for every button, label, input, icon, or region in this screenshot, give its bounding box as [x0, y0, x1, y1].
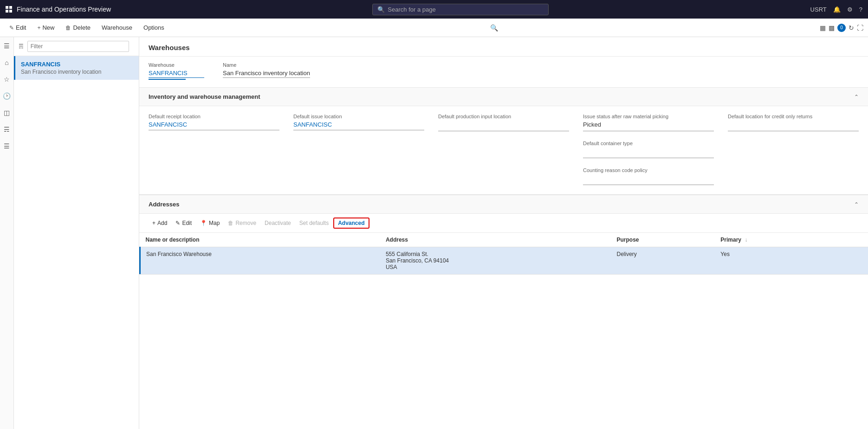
add-label: Add: [157, 220, 167, 226]
main-layout: ☰ ⌂ ☆ 🕑 ◫ ☴ ☰ ☴ SANFRANCIS San Francisco…: [0, 37, 868, 429]
label-counting-policy: Counting reason code policy: [583, 167, 714, 173]
label-receipt-location: Default receipt location: [149, 114, 279, 119]
remove-icon: 🗑: [228, 220, 233, 226]
sidebar-item-title: SANFRANCIS: [21, 61, 133, 68]
nav-right: USRT 🔔 ⚙ ?: [810, 6, 862, 13]
delete-button[interactable]: 🗑 Delete: [61, 22, 95, 33]
tab-underline: [149, 79, 186, 80]
warehouse-label: Warehouse: [102, 24, 132, 31]
value-issue-status[interactable]: Picked: [583, 121, 714, 131]
toolbar-search-button[interactable]: 🔍: [486, 22, 502, 34]
addr-edit-icon: ✎: [175, 220, 180, 226]
notification-icon[interactable]: 🔔: [833, 6, 841, 13]
delete-label: Delete: [73, 24, 91, 31]
warehouse-id-value[interactable]: SANFRANCIS: [149, 70, 204, 78]
layout-icon-2[interactable]: ▩: [829, 24, 835, 32]
field-issue-location: Default issue location SANFANCISC: [293, 114, 424, 131]
fullscreen-icon[interactable]: ⛶: [857, 24, 863, 32]
inventory-section-content: Default receipt location SANFANCISC Defa…: [139, 106, 868, 194]
label-production-location: Default production input location: [438, 114, 569, 119]
remove-label: Remove: [235, 220, 256, 226]
label-issue-location: Default issue location: [293, 114, 424, 119]
new-icon: +: [37, 25, 40, 31]
sidebar-item-sanfrancis[interactable]: SANFRANCIS San Francisco inventory locat…: [14, 56, 139, 80]
remove-button[interactable]: 🗑 Remove: [224, 218, 260, 228]
edit-button[interactable]: ✎ Edit: [5, 22, 31, 33]
addresses-toolbar: + Add ✎ Edit 📍 Map 🗑 Remove Deactivate: [139, 214, 868, 233]
addresses-section-title: Addresses: [149, 201, 179, 208]
set-defaults-button[interactable]: Set defaults: [296, 218, 332, 228]
inventory-form-grid: Default receipt location SANFANCISC Defa…: [149, 114, 859, 131]
cell-extra: [833, 247, 868, 275]
inventory-section-title: Inventory and warehouse management: [149, 93, 260, 100]
label-credit-returns: Default location for credit only returns: [728, 114, 859, 119]
col-address: Address: [380, 233, 611, 247]
app-grid-icon[interactable]: [6, 6, 12, 13]
addr-edit-button[interactable]: ✎ Edit: [172, 218, 195, 228]
inventory-section: Inventory and warehouse management ⌃ Def…: [139, 87, 868, 195]
toolbar: ✎ Edit + New 🗑 Delete Warehouse Options …: [0, 19, 868, 37]
col-name: Name or description: [140, 233, 380, 247]
value-counting-policy[interactable]: [583, 175, 714, 185]
inventory-section-header[interactable]: Inventory and warehouse management ⌃: [139, 87, 868, 106]
page-breadcrumb: Warehouses: [149, 44, 190, 51]
filter-input[interactable]: [27, 41, 129, 52]
settings-icon[interactable]: ⚙: [847, 6, 853, 13]
global-search[interactable]: 🔍 Search for a page: [372, 4, 549, 15]
inventory-form-row3: Counting reason code policy: [149, 167, 859, 185]
edit-label: Edit: [16, 24, 26, 31]
label-issue-status: Issue status after raw material picking: [583, 114, 714, 119]
home-icon[interactable]: ⌂: [2, 58, 12, 68]
addresses-section: Addresses ⌃ + Add ✎ Edit 📍 Map 🗑: [139, 195, 868, 275]
warehouse-fields: Warehouse SANFRANCIS Name San Francisco …: [139, 57, 868, 80]
warehouse-name-value[interactable]: San Francisco inventory location: [223, 70, 310, 78]
search-icon: 🔍: [377, 6, 385, 13]
advanced-label: Advanced: [338, 220, 364, 226]
label-container-type: Default container type: [583, 141, 714, 146]
menu-icon[interactable]: ☰: [2, 41, 12, 51]
field-credit-returns: Default location for credit only returns: [728, 114, 859, 131]
help-icon[interactable]: ?: [859, 6, 862, 13]
workspaces-icon[interactable]: ◫: [2, 108, 12, 118]
table-row[interactable]: San Francisco Warehouse 555 California S…: [140, 247, 868, 275]
map-button[interactable]: 📍 Map: [196, 218, 223, 228]
col-purpose: Purpose: [611, 233, 715, 247]
notification-badge[interactable]: 0: [837, 24, 846, 32]
new-button[interactable]: + New: [32, 22, 59, 33]
options-button[interactable]: Options: [139, 22, 169, 33]
field-counting-policy: Counting reason code policy: [583, 167, 714, 185]
sort-icon: ↓: [745, 237, 747, 243]
layout-icon-1[interactable]: ▦: [820, 24, 826, 32]
value-issue-location[interactable]: SANFANCISC: [293, 121, 424, 130]
delete-icon: 🗑: [65, 25, 71, 31]
refresh-icon[interactable]: ↻: [849, 24, 854, 32]
value-receipt-location[interactable]: SANFANCISC: [149, 121, 279, 130]
addresses-section-header[interactable]: Addresses ⌃: [139, 195, 868, 214]
options-label: Options: [143, 24, 164, 31]
field-receipt-location: Default receipt location SANFANCISC: [149, 114, 279, 131]
edit-icon: ✎: [9, 25, 14, 31]
col-extra: [833, 233, 868, 247]
value-credit-returns[interactable]: [728, 121, 859, 131]
search-placeholder: Search for a page: [388, 6, 435, 13]
favorites-icon[interactable]: ☆: [2, 74, 12, 84]
addresses-chevron-icon: ⌃: [854, 201, 859, 208]
list-icon[interactable]: ☰: [2, 141, 12, 151]
addr-edit-label: Edit: [182, 220, 192, 226]
warehouse-button[interactable]: Warehouse: [97, 22, 137, 33]
map-label: Map: [209, 220, 220, 226]
warehouse-name-label: Name: [223, 62, 310, 68]
add-button[interactable]: + Add: [149, 218, 171, 228]
add-icon: +: [152, 220, 155, 226]
value-container-type[interactable]: [583, 148, 714, 158]
addr-line1: 555 California St.: [386, 251, 428, 257]
advanced-button[interactable]: Advanced: [333, 218, 369, 229]
sidebar-filter-area: ☴: [14, 37, 139, 56]
left-rail: ☰ ⌂ ☆ 🕑 ◫ ☴ ☰: [0, 37, 14, 429]
warehouse-id-field: Warehouse SANFRANCIS: [149, 62, 204, 80]
new-label: New: [42, 24, 54, 31]
recent-icon[interactable]: 🕑: [2, 91, 12, 101]
value-production-location[interactable]: [438, 121, 569, 131]
deactivate-button[interactable]: Deactivate: [261, 218, 295, 228]
filter-icon[interactable]: ☴: [2, 124, 12, 134]
